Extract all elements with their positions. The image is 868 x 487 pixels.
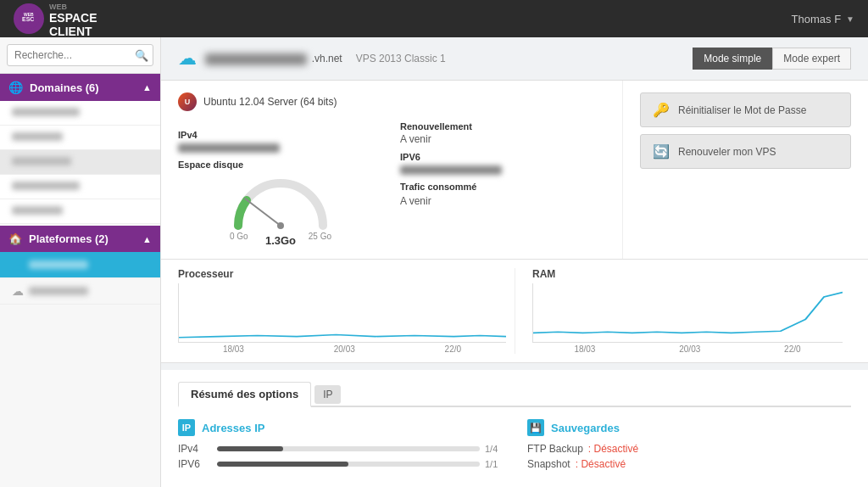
disk-gauge: 0 Go 25 Go 1.3Go — [178, 175, 383, 247]
vps-subtitle: VPS 2013 Classic 1 — [356, 53, 446, 64]
user-menu[interactable]: Thomas F ▼ — [792, 13, 854, 25]
tab-ip[interactable]: IP — [314, 385, 341, 404]
ram-chart-labels: 18/03 20/03 22/0 — [532, 344, 843, 354]
search-icon: 🔍 — [135, 49, 148, 62]
domains-label: Domaines (6) — [30, 81, 99, 94]
ipv4-section: IPv4 Espace disque — [178, 121, 383, 247]
sidebar-section-platforms[interactable]: 🏠 Plateformes (2) ▲ — [0, 226, 160, 252]
vps-cloud-icon: ☁ — [178, 48, 197, 70]
snapshot-status: : Désactivé — [576, 458, 626, 470]
search-input[interactable] — [7, 44, 153, 66]
svg-line-3 — [245, 199, 281, 226]
vps-name-blur: .vh.net — [205, 52, 342, 65]
os-row: U Ubuntu 12.04 Server (64 bits) — [178, 92, 605, 111]
logo-icon: WEB ESC — [14, 3, 44, 34]
mode-buttons: Mode simple Mode expert — [693, 48, 851, 70]
expert-mode-button[interactable]: Mode expert — [772, 48, 851, 70]
charts-row: Processeur 18/03 20/03 22/0 RAM — [161, 260, 868, 363]
svg-text:ESC: ESC — [22, 16, 34, 22]
list-item[interactable] — [0, 150, 160, 175]
logo-text: WEB ESPACECLIENT — [49, 0, 97, 38]
ipv4-progress — [217, 446, 480, 451]
vps-info-left: U Ubuntu 12.04 Server (64 bits) IPv4 Esp… — [161, 81, 622, 259]
ipv4-opt-label: IPv4 — [178, 443, 212, 455]
cpu-chart-labels: 18/03 20/03 22/0 — [178, 344, 506, 354]
globe-icon: 🌐 — [8, 81, 23, 94]
gauge-max: 25 Go — [309, 232, 331, 241]
cpu-chart-title: Processeur — [178, 268, 506, 280]
ipv6-section: Renouvellement A venir IPV6 Trafic conso… — [400, 121, 605, 247]
sidebar-item-vps1[interactable]: ☁ — [0, 252, 160, 278]
ip-icon: IP — [178, 419, 195, 436]
action-buttons: 🔑 Réinitialiser le Mot de Passe 🔄 Renouv… — [622, 81, 868, 259]
options-grid: IP Adresses IP IPv4 1/4 IPV6 — [178, 419, 851, 487]
ip-addresses-block: IP Adresses IP IPv4 1/4 IPV6 — [178, 419, 502, 473]
backup-block-title: 💾 Sauvegardes — [527, 419, 851, 436]
ipv6-opt-label: IPV6 — [178, 458, 212, 470]
top-section: U Ubuntu 12.04 Server (64 bits) IPv4 Esp… — [161, 81, 868, 260]
ipv4-count: 1/4 — [485, 444, 502, 454]
ipv4-option-row: IPv4 1/4 — [178, 443, 502, 455]
ftp-status-text: : Désactivé — [588, 443, 638, 455]
backup-icon: 💾 — [527, 419, 544, 436]
ipv6-value-blur — [400, 165, 502, 175]
disk-label: Espace disque — [178, 160, 383, 170]
platforms-arrow: ▲ — [142, 234, 152, 244]
user-dropdown-arrow: ▼ — [846, 14, 854, 24]
reset-password-label: Réinitialiser le Mot de Passe — [678, 104, 806, 116]
logo: WEB ESC WEB ESPACECLIENT — [14, 0, 97, 38]
list-item[interactable] — [0, 175, 160, 199]
ipv6-label: IPV6 — [400, 152, 605, 162]
ipv4-label: IPv4 — [178, 130, 383, 140]
ubuntu-icon: U — [178, 92, 197, 111]
list-item[interactable] — [0, 101, 160, 126]
cpu-chart: Processeur 18/03 20/03 22/0 — [178, 268, 515, 354]
ram-chart-title: RAM — [532, 268, 843, 280]
list-item[interactable] — [0, 126, 160, 150]
ram-chart: RAM 18/03 20/03 22/0 — [515, 268, 851, 354]
ftp-status: : Désactivé — [588, 443, 638, 455]
key-icon: 🔑 — [653, 102, 670, 118]
sidebar-section-domains[interactable]: 🌐 Domaines (6) ▲ — [0, 74, 160, 101]
ram-chart-area — [532, 283, 843, 343]
renew-vps-button[interactable]: 🔄 Renouveler mon VPS — [640, 134, 851, 169]
reset-password-button[interactable]: 🔑 Réinitialiser le Mot de Passe — [640, 92, 851, 127]
gauge-min: 0 Go — [230, 232, 248, 241]
ipv4-value-blur — [178, 143, 280, 153]
sidebar-item-vps2[interactable]: ☁ — [0, 278, 160, 305]
domains-arrow: ▲ — [142, 82, 152, 92]
info-two-col: IPv4 Espace disque — [178, 121, 605, 247]
main-layout: 🔍 🌐 Domaines (6) ▲ 🏠 Plateformes (2) ▲ ☁… — [0, 37, 868, 487]
ip-block-title: IP Adresses IP — [178, 419, 502, 436]
platform-icon: 🏠 — [8, 232, 22, 245]
sidebar-search-wrap: 🔍 — [0, 37, 160, 74]
renewal-label: Renouvellement — [400, 121, 605, 132]
content-area: ☁ .vh.net VPS 2013 Classic 1 Mode simple… — [161, 37, 868, 487]
simple-mode-button[interactable]: Mode simple — [693, 48, 772, 70]
user-name: Thomas F — [792, 13, 842, 25]
disk-value: 1.3Go — [265, 234, 296, 247]
svg-point-4 — [277, 222, 284, 229]
ipv6-option-row: IPV6 1/1 — [178, 458, 502, 470]
refresh-icon: 🔄 — [653, 143, 670, 160]
renew-vps-label: Renouveler mon VPS — [678, 146, 776, 158]
traffic-value: A venir — [400, 195, 605, 207]
list-item[interactable] — [0, 199, 160, 224]
options-section: Résumé des options IP IP Adresses IP IPv… — [161, 370, 868, 487]
tab-resume[interactable]: Résumé des options — [178, 382, 311, 407]
snapshot-status-text: : Désactivé — [576, 458, 626, 470]
snapshot-label: Snapshot — [527, 458, 570, 470]
vps-header: ☁ .vh.net VPS 2013 Classic 1 Mode simple… — [161, 37, 868, 81]
platforms-label: Plateformes (2) — [29, 232, 108, 245]
traffic-label: Trafic consommé — [400, 182, 605, 192]
backup-block: 💾 Sauvegardes FTP Backup : Désactivé Sna… — [527, 419, 851, 473]
options-tabs: Résumé des options IP — [178, 382, 851, 407]
ipv6-count: 1/1 — [485, 459, 502, 469]
snapshot-option-row: Snapshot : Désactivé — [527, 458, 851, 470]
ipv6-progress — [217, 462, 480, 467]
ftp-label: FTP Backup — [527, 443, 583, 455]
os-label: Ubuntu 12.04 Server (64 bits) — [203, 96, 337, 108]
renewal-value: A venir — [400, 133, 605, 145]
cpu-chart-area — [178, 283, 506, 343]
vps-name-suffix: .vh.net — [312, 53, 342, 64]
